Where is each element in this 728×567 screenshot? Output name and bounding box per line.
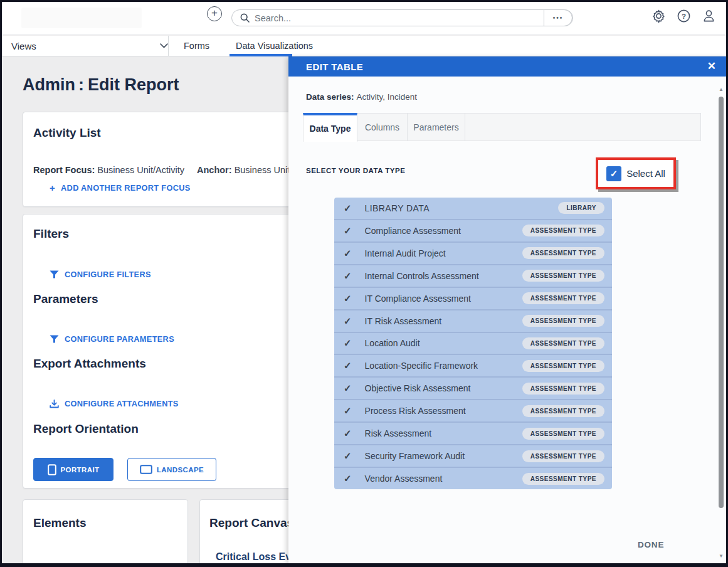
check-icon: ✓ (344, 473, 352, 484)
portrait-icon (48, 464, 56, 475)
data-type-row[interactable]: ✓Compliance AssessmentASSESSMENT TYPE (334, 220, 612, 243)
check-icon: ✓ (344, 270, 352, 282)
views-dropdown-label: Views (11, 41, 36, 51)
views-dropdown[interactable]: Views (11, 36, 168, 56)
data-type-row[interactable]: ✓Internal Controls AssessmentASSESSMENT … (334, 265, 612, 288)
search-placeholder: Search... (255, 13, 291, 23)
report-settings-card: Filters CONFIGURE FILTERS Parameters CON… (23, 214, 305, 489)
tab-forms[interactable]: Forms (184, 36, 209, 56)
edit-table-title: EDIT TABLE (306, 61, 363, 72)
settings-gear-icon[interactable] (651, 8, 667, 24)
data-type-row[interactable]: ✓Security Framework AuditASSESSMENT TYPE (334, 445, 612, 468)
data-type-row[interactable]: ✓Risk AssessmentASSESSMENT TYPE (334, 423, 612, 445)
panel-scrollbar: ▲ ▼ (718, 82, 724, 561)
parameters-title: Parameters (33, 292, 98, 306)
select-all-checkbox[interactable]: ✓ Select All (596, 157, 676, 189)
select-all-label: Select All (626, 168, 665, 179)
activity-list-title: Activity List (33, 126, 101, 140)
top-bar: + Search... ••• ? (0, 0, 728, 35)
checkbox-checked-icon: ✓ (606, 166, 621, 181)
report-focus: Report Focus: Business Unit/Activity (33, 165, 184, 175)
tab-data-type[interactable]: Data Type (303, 113, 357, 142)
data-type-row[interactable]: ✓Process Risk AssessmentASSESSMENT TYPE (334, 400, 612, 423)
data-type-row[interactable]: ✓Location AuditASSESSMENT TYPE (334, 333, 612, 356)
export-attachments-title: Export Attachments (33, 357, 146, 371)
view-tab-row: Views Forms Data Visualizations (0, 36, 728, 56)
create-button[interactable]: + (207, 6, 222, 21)
data-type-row[interactable]: ✓Objective Risk AssessmentASSESSMENT TYP… (334, 378, 612, 400)
add-report-focus-link[interactable]: + ADD ANOTHER REPORT FOCUS (50, 183, 191, 193)
search-options-button[interactable]: ••• (544, 9, 572, 26)
check-icon: ✓ (610, 168, 618, 179)
close-icon[interactable]: ✕ (707, 60, 716, 73)
configure-filters-link[interactable]: CONFIGURE FILTERS (50, 270, 151, 279)
filters-title: Filters (33, 227, 69, 241)
search-bar[interactable]: Search... ••• (231, 9, 573, 26)
screen: + Search... ••• ? Views (0, 0, 728, 567)
tab-data-visualizations[interactable]: Data Visualizations (236, 36, 313, 56)
frame-border (0, 0, 728, 2)
scrollbar-thumb[interactable] (719, 97, 724, 508)
configure-attachments-link[interactable]: CONFIGURE ATTACHMENTS (50, 399, 179, 408)
help-icon[interactable]: ? (676, 8, 692, 24)
elements-title: Elements (33, 516, 86, 530)
tab-columns[interactable]: Columns (357, 114, 408, 140)
check-icon: ✓ (344, 293, 352, 304)
report-orientation-title: Report Orientation (33, 422, 139, 436)
done-button[interactable]: DONE (638, 540, 664, 549)
type-badge: ASSESSMENT TYPE (522, 337, 604, 349)
frame-border (0, 0, 2, 567)
frame-border (0, 563, 728, 567)
type-badge: ASSESSMENT TYPE (522, 270, 604, 282)
download-icon (50, 400, 59, 408)
svg-text:?: ? (682, 13, 686, 20)
check-icon: ✓ (344, 383, 352, 394)
panel-tabstrip: Data Type Columns Parameters (303, 113, 701, 141)
check-icon: ✓ (344, 248, 352, 259)
tab-parameters[interactable]: Parameters (408, 114, 465, 140)
data-series: Data series:Activity, Incident (306, 92, 417, 102)
data-type-list: ✓LIBRARY DATALIBRARY ✓Compliance Assessm… (334, 198, 612, 489)
select-data-type-label: SELECT YOUR DATA TYPE (306, 167, 405, 174)
check-icon: ✓ (344, 405, 352, 416)
active-tab-underline (229, 54, 292, 56)
check-icon: ✓ (344, 225, 352, 236)
data-type-row[interactable]: ✓IT Risk AssessmentASSESSMENT TYPE (334, 310, 612, 333)
elements-card: Elements (23, 499, 188, 567)
check-icon: ✓ (344, 360, 352, 371)
check-icon: ✓ (344, 337, 352, 349)
portrait-button[interactable]: PORTRAIT (33, 458, 113, 481)
ellipsis-icon: ••• (553, 14, 564, 21)
type-badge: ASSESSMENT TYPE (522, 247, 604, 259)
landscape-icon (140, 465, 152, 474)
divider (168, 36, 169, 56)
data-type-row[interactable]: ✓Location-Specific FrameworkASSESSMENT T… (334, 355, 612, 378)
data-type-row[interactable]: ✓Internal Audit ProjectASSESSMENT TYPE (334, 243, 612, 265)
scroll-up-icon[interactable]: ▲ (718, 87, 724, 93)
user-icon[interactable] (701, 8, 717, 24)
canvas-report-item[interactable]: Critical Loss Ev (216, 551, 291, 563)
scroll-down-icon[interactable]: ▼ (718, 553, 724, 559)
landscape-button[interactable]: LANDSCAPE (127, 458, 216, 481)
chevron-down-icon (160, 43, 168, 48)
plus-icon: + (211, 7, 218, 19)
type-badge: ASSESSMENT TYPE (522, 292, 604, 304)
check-icon: ✓ (344, 428, 352, 439)
filter-icon (50, 270, 59, 278)
data-type-row[interactable]: ✓IT Compliance AssessmentASSESSMENT TYPE (334, 288, 612, 310)
data-type-row[interactable]: ✓LIBRARY DATALIBRARY (334, 198, 612, 220)
filter-icon (50, 335, 59, 343)
page-title: Admin:Edit Report (23, 75, 179, 95)
check-icon: ✓ (344, 450, 352, 462)
anchor: Anchor: Business Unit (197, 165, 290, 175)
data-type-row[interactable]: ✓Vendor AssessmentASSESSMENT TYPE (334, 468, 612, 489)
type-badge: ASSESSMENT TYPE (522, 450, 604, 462)
type-badge: ASSESSMENT TYPE (522, 428, 604, 440)
configure-parameters-link[interactable]: CONFIGURE PARAMETERS (50, 334, 174, 344)
edit-table-panel: EDIT TABLE ✕ Data series:Activity, Incid… (288, 56, 726, 563)
activity-list-card: Activity List Report Focus: Business Uni… (23, 112, 305, 207)
type-badge: ASSESSMENT TYPE (522, 360, 604, 372)
type-badge: ASSESSMENT TYPE (522, 405, 604, 417)
type-badge: LIBRARY (558, 202, 604, 214)
type-badge: ASSESSMENT TYPE (522, 383, 604, 395)
